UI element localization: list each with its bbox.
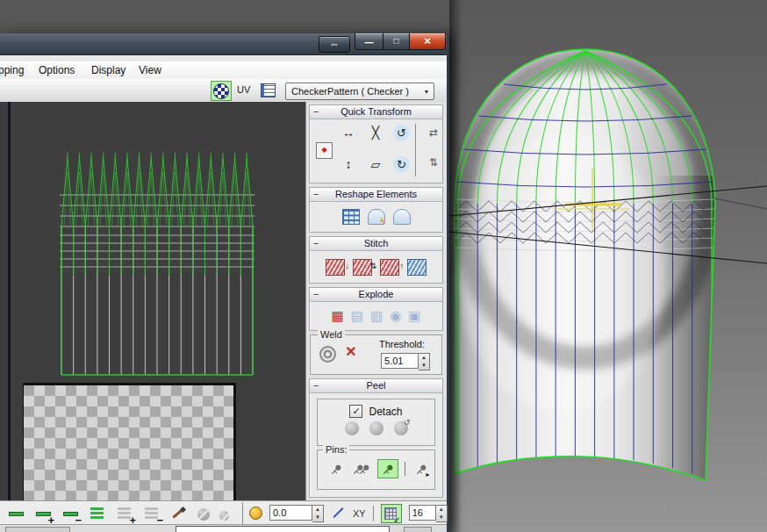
threshold-spin-buttons[interactable]: ▲ ▼ — [419, 353, 430, 370]
viewport-render — [449, 0, 767, 532]
flatten-by-angle-button[interactable]: ▤ — [351, 308, 363, 324]
uv-channel-label: UV — [237, 84, 250, 95]
check-icon: ✓ — [393, 515, 400, 525]
pin-icon — [330, 463, 343, 476]
select-pins-button-active[interactable] — [377, 459, 398, 478]
grid-size-spin-buttons[interactable]: ▲ ▼ — [436, 505, 448, 522]
checker-texture-preview — [23, 383, 236, 500]
window-maximize-button[interactable]: □ — [384, 33, 410, 50]
weld-selected-icon[interactable]: × — [346, 341, 356, 362]
rotate-ccw-button[interactable]: ↺ — [393, 125, 410, 141]
status-box — [5, 527, 70, 532]
loop-select-button[interactable] — [89, 505, 106, 522]
edge-icon — [9, 512, 24, 516]
plus-icon: + — [129, 516, 136, 525]
space-horizontal-button[interactable]: ⇄ — [422, 126, 445, 139]
menu-options[interactable]: Options — [35, 61, 78, 79]
rotate-cw-button[interactable]: ↻ — [393, 156, 410, 173]
stitch-source-button[interactable]: ⇅ — [353, 259, 372, 276]
falloff-spin-buttons[interactable]: ▲ ▼ — [312, 505, 324, 522]
window-expand-button[interactable]: ⇔ — [319, 36, 350, 53]
flatten-by-smoothing-button[interactable]: ▥ — [370, 308, 383, 324]
freeform-button[interactable]: ▱ — [366, 153, 385, 176]
detach-row: ✓ Detach — [318, 399, 434, 418]
viewport-3d[interactable] — [449, 0, 767, 532]
paint-shrink-button[interactable] — [219, 511, 229, 521]
top-toolbar: UV CheckerPattern ( Checker ) ▼ — [0, 79, 447, 103]
arrow-up-down-icon: ⇅ — [369, 262, 376, 270]
rollout-explode: − Explode ▦ ▤ ▥ ◉ ▣ — [309, 287, 443, 331]
edge-select-button[interactable] — [7, 505, 25, 522]
unpin-tool-button[interactable] — [352, 460, 371, 478]
texture-options-button[interactable] — [258, 82, 277, 99]
soft-selection-toggle[interactable] — [249, 507, 262, 520]
edge-grow-button[interactable]: + — [34, 505, 52, 522]
status-strip — [0, 524, 447, 532]
spin-up-icon: ▲ — [436, 506, 447, 514]
uv-canvas[interactable] — [0, 102, 305, 500]
edge-shrink-button[interactable]: − — [61, 505, 79, 522]
pin-tool-button[interactable] — [326, 460, 346, 478]
rollout-header-stitch[interactable]: − Stitch — [310, 237, 442, 251]
flatten-custom-button[interactable]: ▣ — [408, 308, 420, 324]
edge-distance-button[interactable] — [331, 506, 346, 521]
flatten-by-material-button[interactable]: ◉ — [390, 308, 401, 324]
properties-list-icon — [261, 83, 276, 97]
uv-editor-main: − Quick Transform ◆ ↔ ╳ ↺ ↕ — [0, 102, 447, 500]
rollout-header-reshape[interactable]: − Reshape Elements — [310, 188, 442, 202]
peel-mode-button[interactable] — [369, 421, 384, 435]
window-drop-shadow — [449, 0, 462, 532]
window-minimize-button[interactable]: — — [355, 33, 384, 50]
close-icon: × — [424, 34, 431, 47]
window-titlebar[interactable]: ⇔ — □ × — [0, 33, 447, 55]
menu-bar: pping Options Display View — [0, 61, 447, 80]
weld-group: Weld × Threshold: 5.01 ▲ ▼ — [310, 334, 442, 375]
pivot-center-button[interactable]: ◆ — [316, 142, 333, 159]
paint-select-button[interactable] — [170, 505, 188, 522]
mirror-skew-button[interactable]: ╳ — [366, 121, 385, 144]
rollout-title: Stitch — [364, 238, 389, 248]
relax-tool-button[interactable]: ϟ — [368, 209, 385, 225]
threshold-label: Threshold: — [379, 339, 425, 349]
rollout-peel: − Peel ✓ Detach — [309, 378, 443, 498]
stitch-all-button[interactable] — [407, 259, 427, 276]
rollout-header-quick-transform[interactable]: − Quick Transform — [310, 105, 442, 119]
threshold-value[interactable]: 5.01 — [381, 353, 419, 369]
rollout-header-peel[interactable]: − Peel — [310, 379, 442, 393]
align-vertical-button[interactable]: ↕ — [339, 153, 358, 176]
spin-down-icon: ▼ — [436, 514, 447, 521]
menu-mapping[interactable]: pping — [0, 61, 27, 79]
weld-target-button[interactable] — [319, 346, 336, 363]
spin-up-icon: ▲ — [312, 506, 323, 514]
falloff-value[interactable]: 0.0 — [269, 505, 312, 521]
grid-snap-toggle[interactable]: ✓ — [381, 504, 402, 523]
quick-peel-button[interactable] — [345, 421, 359, 435]
align-horizontal-button[interactable]: ↔ — [339, 121, 358, 144]
menu-display[interactable]: Display — [88, 61, 129, 79]
grid-size-value[interactable]: 16 — [409, 505, 436, 521]
minus-icon: − — [75, 516, 82, 525]
paint-grow-button[interactable] — [197, 508, 210, 521]
rollout-stitch: − Stitch ↓ ⇅ ↑ — [309, 236, 443, 284]
straighten-grid-button[interactable] — [342, 209, 360, 225]
window-close-button[interactable]: × — [410, 33, 446, 50]
space-vertical-button[interactable]: ⇅ — [422, 156, 445, 169]
stitch-custom-button[interactable]: ↓ — [326, 259, 345, 276]
plus-icon: + — [47, 516, 54, 525]
stitch-target-button[interactable]: ↑ — [380, 259, 399, 276]
texture-dropdown[interactable]: CheckerPattern ( Checker ) ▼ — [285, 83, 434, 100]
reset-peel-button[interactable]: ↺ — [394, 421, 408, 435]
peel-buttons-row: ↺ — [318, 421, 434, 435]
relax-until-flat-button[interactable] — [393, 209, 411, 225]
loop-icon — [90, 507, 104, 519]
resize-arrow-icon: ⇔ — [329, 38, 340, 50]
rollout-header-explode[interactable]: − Explode — [310, 288, 442, 302]
move-pins-button[interactable]: ► — [412, 460, 431, 478]
detach-checkbox[interactable]: ✓ — [349, 405, 362, 418]
menu-view[interactable]: View — [135, 61, 165, 79]
show-map-toggle[interactable] — [211, 81, 232, 101]
break-button[interactable]: ▦ — [332, 308, 344, 324]
loop-grow-button[interactable]: + — [116, 505, 133, 522]
cursor-icon: ► — [425, 471, 431, 478]
loop-shrink-button[interactable]: − — [143, 505, 161, 522]
